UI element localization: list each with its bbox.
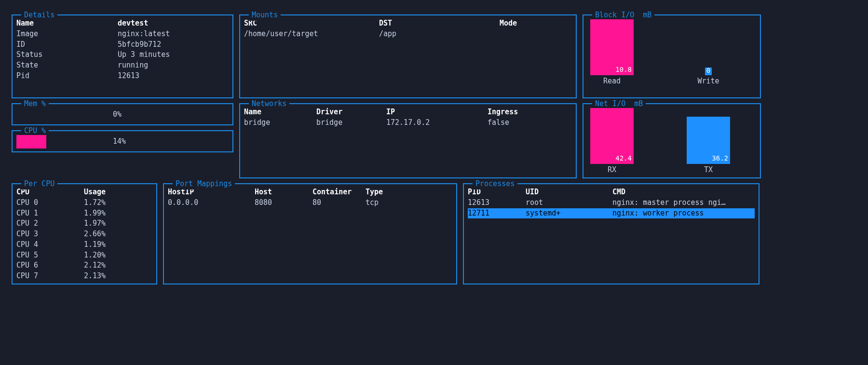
details-value: nginx:latest (118, 29, 229, 40)
cpu-panel[interactable]: CPU % 14% (12, 130, 233, 152)
ports-table-header: Type (366, 187, 452, 198)
chart-bar-caption: Write (697, 76, 719, 87)
table-row: /home/user/target/app (244, 29, 572, 40)
mem-gauge: 0% (16, 107, 229, 122)
details-value: devtest (118, 18, 229, 29)
mounts-title: Mounts (249, 10, 281, 21)
percpu-table-cell: 2.12% (84, 260, 152, 271)
percpu-table-header: Usage (84, 187, 152, 198)
networks-table-cell: false (488, 118, 572, 128)
percpu-table-cell: 2.66% (84, 229, 152, 240)
chart-bar-value: 36.2 (712, 153, 728, 163)
percpu-table-cell: 2.13% (84, 271, 152, 282)
table-row[interactable]: 12613rootnginx: master process ngi… (468, 198, 755, 208)
cpu-gauge-label: 14% (113, 136, 126, 147)
percpu-table: CPUUsageCPU 01.72%CPU 11.99%CPU 21.97%CP… (16, 187, 152, 282)
details-key: Pid (16, 71, 118, 81)
processes-table-header: CMD (612, 187, 755, 198)
mounts-table-cell (500, 29, 572, 40)
table-row: bridgebridge172.17.0.2false (244, 118, 572, 128)
ports-table-header: Container (312, 187, 366, 198)
blockio-panel[interactable]: Block I/O mB 10.8Read0Write (583, 14, 761, 98)
cpu-gauge-fill (16, 135, 46, 149)
networks-table-cell: bridge (244, 118, 316, 128)
chart-bar-value: 10.8 (615, 65, 632, 74)
blockio-chart-bar-read: 10.8Read (590, 19, 634, 87)
networks-table-header: IP (386, 107, 488, 118)
processes-table-header: UID (526, 187, 612, 198)
networks-table-cell: 172.17.0.2 (386, 118, 488, 128)
percpu-table-cell: 1.19% (84, 240, 152, 250)
details-row: ID5bfcb9b712 (16, 40, 229, 50)
mounts-table: SRCDSTMode/home/user/target/app (244, 18, 572, 40)
table-row: CPU 21.97% (16, 218, 152, 229)
cpu-gauge: 14% (16, 134, 229, 149)
details-value: running (118, 60, 229, 71)
details-key: State (16, 60, 118, 71)
percpu-table-cell: CPU 4 (16, 240, 84, 250)
details-key: Status (16, 50, 118, 60)
percpu-table-cell: CPU 1 (16, 208, 84, 219)
netio-panel[interactable]: Net I/O mB 42.4RX36.2TX (583, 103, 761, 178)
details-panel[interactable]: Details NamedevtestImagenginx:latestID5b… (12, 14, 233, 98)
processes-table-cell: root (526, 198, 612, 208)
chart-bar-caption: Read (603, 76, 621, 87)
percpu-table-cell: CPU 3 (16, 229, 84, 240)
chart-bar: 36.2 (687, 117, 730, 164)
chart-bar: 42.4 (590, 108, 634, 164)
networks-panel[interactable]: Networks NameDriverIPIngressbridgebridge… (239, 103, 577, 178)
table-row: CPU 72.13% (16, 271, 152, 282)
processes-table: PIDUIDCMD12613rootnginx: master process … (468, 187, 755, 218)
details-value: 5bfcb9b712 (118, 40, 229, 50)
table-row: CPU 32.66% (16, 229, 152, 240)
processes-table-cell: 12613 (468, 198, 526, 208)
details-key: Image (16, 29, 118, 40)
mem-panel[interactable]: Mem % 0% (12, 103, 233, 125)
mounts-table-header: Mode (500, 18, 572, 29)
chart-bar-value: 42.4 (615, 153, 632, 163)
netio-chart: 42.4RX36.2TX (587, 107, 756, 176)
percpu-table-cell: 1.97% (84, 218, 152, 229)
processes-table-cell: 12711 (468, 208, 526, 219)
details-title: Details (21, 10, 57, 21)
table-row: CPU 62.12% (16, 260, 152, 271)
mounts-panel[interactable]: Mounts SRCDSTMode/home/user/target/app (239, 14, 577, 98)
ports-table-cell: 8080 (255, 198, 312, 208)
processes-table-cell: nginx: master process ngi… (612, 198, 755, 208)
chart-bar-caption: RX (608, 165, 616, 176)
percpu-table-cell: CPU 5 (16, 250, 84, 261)
percpu-table-cell: CPU 2 (16, 218, 84, 229)
mem-gauge-label: 0% (113, 109, 122, 120)
ports-table-cell: 80 (312, 198, 366, 208)
mounts-table-cell: /home/user/target (244, 29, 379, 40)
details-row: Imagenginx:latest (16, 29, 229, 40)
percpu-table-cell: 1.99% (84, 208, 152, 219)
table-row: CPU 51.20% (16, 250, 152, 261)
chart-bar-caption: TX (704, 165, 713, 176)
table-row[interactable]: 12711systemd+nginx: worker process (468, 208, 755, 219)
percpu-title: Per CPU (21, 179, 57, 189)
blockio-title: Block I/O mB (592, 10, 654, 21)
blockio-chart: 10.8Read0Write (587, 18, 756, 87)
chart-bar-value: 0 (706, 66, 710, 75)
details-row: StatusUp 3 minutes (16, 50, 229, 60)
netio-chart-bar-tx: 36.2TX (687, 108, 730, 176)
ports-title: Port Mappings (173, 179, 235, 189)
details-body: NamedevtestImagenginx:latestID5bfcb9b712… (16, 18, 229, 81)
percpu-table-cell: CPU 0 (16, 198, 84, 208)
networks-table-header: Driver (316, 107, 386, 118)
ports-table-header: Host (255, 187, 312, 198)
percpu-table-cell: 1.72% (84, 198, 152, 208)
blockio-chart-bar-write: 0Write (687, 19, 730, 87)
chart-bar: 10.8 (590, 19, 634, 75)
processes-table-cell: systemd+ (526, 208, 612, 219)
ports-panel[interactable]: Port Mappings HostIPHostContainerType0.0… (163, 183, 457, 284)
processes-table-cell: nginx: worker process (612, 208, 755, 219)
percpu-panel[interactable]: Per CPU CPUUsageCPU 01.72%CPU 11.99%CPU … (12, 183, 157, 284)
ports-table: HostIPHostContainerType0.0.0.0808080tcp (168, 187, 452, 208)
table-row: CPU 41.19% (16, 240, 152, 250)
netio-chart-bar-rx: 42.4RX (590, 108, 634, 176)
netio-title: Net I/O mB (592, 99, 646, 109)
processes-panel[interactable]: Processes PIDUIDCMD12613rootnginx: maste… (463, 183, 760, 284)
percpu-table-cell: CPU 6 (16, 260, 84, 271)
